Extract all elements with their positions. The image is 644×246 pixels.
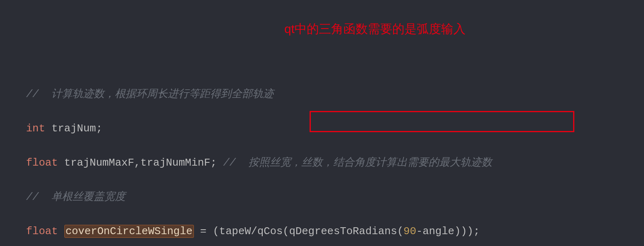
keyword-float: float xyxy=(26,225,58,237)
comment-text: // 计算轨迹数，根据环周长进行等距得到全部轨迹 xyxy=(26,88,274,100)
code-line[interactable] xyxy=(26,51,492,69)
code-line[interactable] xyxy=(26,17,492,34)
keyword-float: float xyxy=(26,157,58,169)
code-line[interactable]: float trajNumMaxF,trajNumMinF; // 按照丝宽，丝… xyxy=(26,154,492,171)
code-text: = (tapeW/qCos(qDegreesToRadians( xyxy=(194,225,404,237)
code-line[interactable]: int trajNum; xyxy=(26,120,492,137)
highlighted-identifier: coverOnCircleWSingle xyxy=(64,225,194,238)
code-editor-viewport[interactable]: // 计算轨迹数，根据环周长进行等距得到全部轨迹 int trajNum; fl… xyxy=(26,0,492,246)
code-line[interactable]: float coverOnCircleWSingle = (tapeW/qCos… xyxy=(26,223,492,240)
comment-text: // 按照丝宽，丝数，结合角度计算出需要的最大轨迹数 xyxy=(223,157,492,169)
comment-text: // 单根丝覆盖宽度 xyxy=(26,191,125,203)
code-text: trajNum; xyxy=(45,122,102,135)
code-text: trajNumMaxF,trajNumMinF; xyxy=(58,157,223,169)
code-line-comment[interactable]: // 单根丝覆盖宽度 xyxy=(26,188,492,206)
keyword-int: int xyxy=(26,122,45,135)
number-literal: 90 xyxy=(404,225,416,237)
code-line-comment[interactable]: // 计算轨迹数，根据环周长进行等距得到全部轨迹 xyxy=(26,86,492,103)
code-text: -angle))); xyxy=(416,225,480,237)
